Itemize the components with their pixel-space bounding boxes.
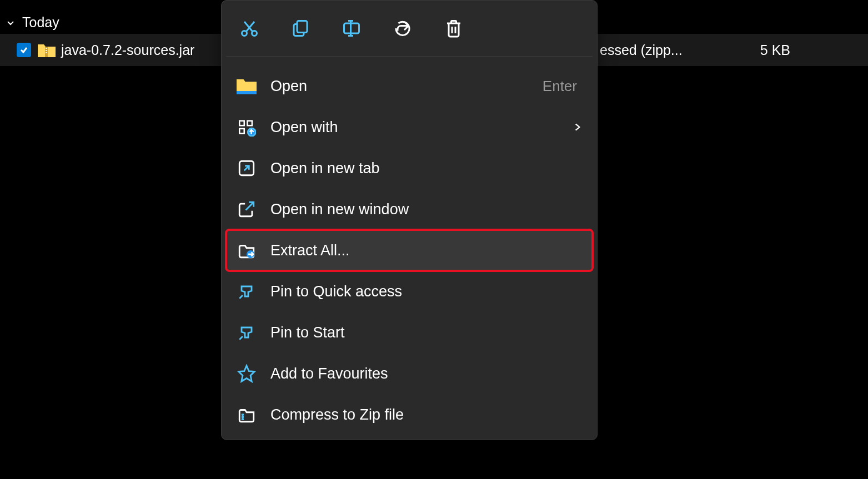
quick-actions-bar (226, 5, 593, 57)
menu-item-compress-zip[interactable]: Compress to Zip file (226, 394, 593, 435)
chevron-right-icon (573, 122, 583, 132)
zip-icon (236, 404, 257, 425)
menu-item-open-new-tab[interactable]: Open in new tab (226, 148, 593, 189)
svg-rect-17 (239, 129, 244, 134)
file-name: java-0.7.2-sources.jar (61, 42, 194, 58)
star-icon (236, 363, 257, 384)
folder-open-icon (236, 75, 257, 97)
menu-item-open-with[interactable]: Open with (226, 107, 593, 148)
menu-item-open-new-window[interactable]: Open in new window (226, 189, 593, 230)
file-type: essed (zipp... (600, 42, 683, 58)
menu-label: Pin to Start (270, 324, 583, 341)
group-label: Today (22, 14, 59, 31)
svg-rect-8 (297, 21, 307, 33)
svg-marker-28 (239, 366, 254, 381)
menu-item-pin-start[interactable]: Pin to Start (226, 312, 593, 353)
checkbox-checked[interactable] (17, 43, 31, 57)
copy-icon[interactable] (289, 17, 312, 39)
menu-item-open[interactable]: Open Enter (226, 65, 593, 107)
menu-label: Open with (270, 119, 573, 136)
svg-rect-1 (46, 48, 47, 49)
new-window-icon (236, 199, 257, 220)
svg-line-27 (239, 336, 243, 340)
open-with-icon (236, 117, 257, 138)
extract-icon (236, 240, 257, 261)
menu-label: Open in new tab (270, 160, 583, 177)
delete-icon[interactable] (443, 17, 465, 39)
menu-label: Pin to Quick access (270, 283, 583, 300)
context-menu: Open Enter Open with Open in (221, 0, 598, 440)
rename-icon[interactable] (340, 17, 363, 39)
new-tab-icon (236, 158, 257, 179)
pin-start-icon (236, 322, 257, 343)
svg-line-23 (246, 202, 254, 210)
svg-line-26 (239, 295, 243, 299)
svg-rect-16 (239, 121, 244, 126)
svg-rect-15 (237, 91, 257, 94)
menu-shortcut: Enter (543, 78, 577, 95)
menu-item-pin-quick-access[interactable]: Pin to Quick access (226, 271, 593, 312)
cut-icon[interactable] (238, 17, 260, 39)
svg-rect-18 (247, 121, 252, 126)
menu-label: Add to Favourites (270, 365, 583, 382)
menu-item-extract-all[interactable]: Extract All... (226, 230, 593, 271)
file-size: 5 KB (760, 42, 790, 58)
chevron-down-icon (4, 17, 17, 29)
menu-label: Open in new window (270, 201, 583, 218)
share-icon[interactable] (392, 17, 414, 39)
svg-rect-2 (46, 50, 47, 51)
menu-label: Open (270, 78, 543, 95)
zip-folder-icon (38, 43, 56, 57)
menu-label: Extract All... (270, 242, 583, 259)
menu-item-add-favourites[interactable]: Add to Favourites (226, 353, 593, 394)
svg-point-4 (242, 31, 247, 36)
pin-icon (236, 281, 257, 302)
svg-point-5 (252, 31, 257, 36)
svg-rect-3 (46, 52, 47, 53)
menu-label: Compress to Zip file (270, 406, 583, 423)
